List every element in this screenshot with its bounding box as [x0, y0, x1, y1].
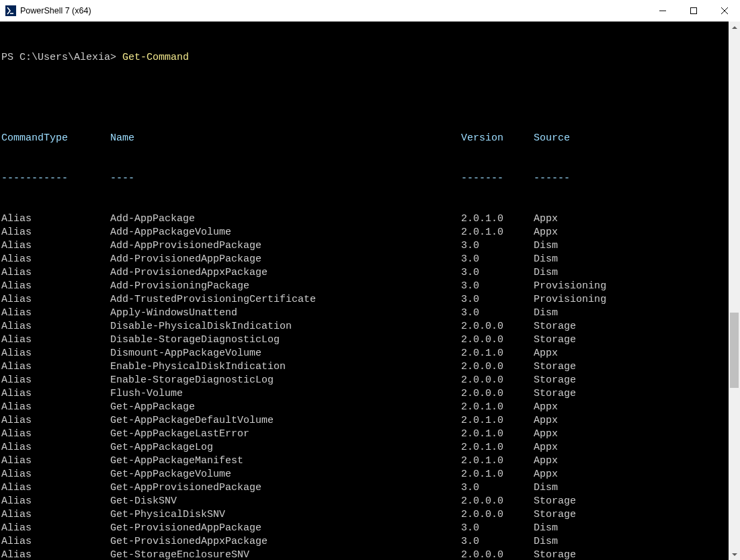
cell-name: Enable-PhysicalDiskIndication	[110, 360, 461, 374]
cell-source: Appx	[534, 226, 558, 239]
cell-source: Dism	[534, 481, 558, 495]
table-header: CommandTypeNameVersionSource	[1, 132, 729, 145]
cell-commandtype: Alias	[1, 212, 110, 226]
cell-source: Dism	[534, 522, 558, 535]
cell-commandtype: Alias	[1, 253, 110, 266]
cell-commandtype: Alias	[1, 226, 110, 239]
client-area: PS C:\Users\Alexia> Get-Command CommandT…	[0, 22, 740, 560]
cell-commandtype: Alias	[1, 522, 110, 535]
cell-name: Add-AppPackageVolume	[110, 226, 461, 239]
table-row: AliasGet-ProvisionedAppxPackage3.0Dism	[1, 535, 729, 549]
table-row: AliasAdd-AppPackage2.0.1.0Appx	[1, 212, 729, 226]
cell-source: Appx	[534, 401, 558, 414]
cell-commandtype: Alias	[1, 428, 110, 441]
cell-version: 2.0.0.0	[461, 374, 534, 387]
cell-source: Dism	[534, 253, 558, 266]
cell-source: Dism	[534, 307, 558, 320]
cell-version: 3.0	[461, 280, 534, 293]
svg-rect-3	[691, 8, 697, 14]
cell-name: Dismount-AppPackageVolume	[110, 347, 461, 360]
cell-name: Get-AppPackageLog	[110, 441, 461, 454]
table-row: AliasAdd-ProvisionedAppPackage3.0Dism	[1, 253, 729, 266]
table-row: AliasDisable-PhysicalDiskIndication2.0.0…	[1, 320, 729, 333]
cell-commandtype: Alias	[1, 454, 110, 468]
table-row: AliasAdd-TrustedProvisioningCertificate3…	[1, 293, 729, 307]
cell-source: Appx	[534, 347, 558, 360]
scroll-down-button[interactable]	[729, 549, 740, 560]
cell-name: Get-AppProvisionedPackage	[110, 481, 461, 495]
cell-name: Get-PhysicalDiskSNV	[110, 508, 461, 522]
minimize-button[interactable]	[647, 0, 678, 22]
table-row: AliasApply-WindowsUnattend3.0Dism	[1, 307, 729, 320]
cell-source: Provisioning	[534, 280, 606, 293]
cell-version: 2.0.0.0	[461, 320, 534, 333]
cell-commandtype: Alias	[1, 293, 110, 307]
cell-source: Appx	[534, 428, 558, 441]
app-window: PowerShell 7 (x64) PS C:\Users\Alexia> G…	[0, 0, 740, 560]
cell-commandtype: Alias	[1, 374, 110, 387]
cell-name: Add-ProvisionedAppPackage	[110, 253, 461, 266]
table-row: AliasAdd-ProvisionedAppxPackage3.0Dism	[1, 266, 729, 280]
cell-commandtype: Alias	[1, 401, 110, 414]
table-row: AliasGet-AppPackageLog2.0.1.0Appx	[1, 441, 729, 454]
cell-commandtype: Alias	[1, 280, 110, 293]
table-row: AliasAdd-ProvisioningPackage3.0Provision…	[1, 280, 729, 293]
table-row: AliasGet-ProvisionedAppPackage3.0Dism	[1, 522, 729, 535]
scroll-thumb[interactable]	[730, 313, 739, 388]
cell-version: 2.0.1.0	[461, 468, 534, 481]
cell-version: 2.0.1.0	[461, 226, 534, 239]
table-body: AliasAdd-AppPackage2.0.1.0AppxAliasAdd-A…	[1, 212, 729, 560]
terminal-output[interactable]: PS C:\Users\Alexia> Get-Command CommandT…	[0, 22, 729, 560]
cell-source: Appx	[534, 454, 558, 468]
header-name: Name	[110, 132, 461, 145]
cell-version: 3.0	[461, 522, 534, 535]
cell-name: Add-TrustedProvisioningCertificate	[110, 293, 461, 307]
table-row: AliasFlush-Volume2.0.0.0Storage	[1, 387, 729, 401]
cell-version: 3.0	[461, 535, 534, 549]
cell-commandtype: Alias	[1, 468, 110, 481]
table-row: AliasAdd-AppProvisionedPackage3.0Dism	[1, 239, 729, 253]
cell-source: Storage	[534, 549, 576, 560]
cell-commandtype: Alias	[1, 441, 110, 454]
cell-source: Appx	[534, 468, 558, 481]
cell-version: 2.0.1.0	[461, 414, 534, 428]
cell-commandtype: Alias	[1, 307, 110, 320]
cell-name: Get-ProvisionedAppxPackage	[110, 535, 461, 549]
cell-name: Add-ProvisionedAppxPackage	[110, 266, 461, 280]
cell-name: Disable-PhysicalDiskIndication	[110, 320, 461, 333]
cell-version: 2.0.1.0	[461, 212, 534, 226]
cell-version: 3.0	[461, 253, 534, 266]
close-button[interactable]	[709, 0, 740, 22]
table-row: AliasEnable-StorageDiagnosticLog2.0.0.0S…	[1, 374, 729, 387]
cell-source: Storage	[534, 333, 576, 347]
titlebar[interactable]: PowerShell 7 (x64)	[0, 0, 740, 22]
cell-version: 3.0	[461, 307, 534, 320]
maximize-button[interactable]	[678, 0, 709, 22]
table-row: AliasDismount-AppPackageVolume2.0.1.0App…	[1, 347, 729, 360]
cell-name: Disable-StorageDiagnosticLog	[110, 333, 461, 347]
blank-line	[1, 91, 729, 105]
cell-source: Storage	[534, 320, 576, 333]
cell-source: Storage	[534, 495, 576, 508]
table-row: AliasGet-AppPackage2.0.1.0Appx	[1, 401, 729, 414]
scroll-up-button[interactable]	[729, 22, 740, 33]
table-row: AliasGet-AppProvisionedPackage3.0Dism	[1, 481, 729, 495]
cell-source: Provisioning	[534, 293, 606, 307]
table-row: AliasGet-AppPackageDefaultVolume2.0.1.0A…	[1, 414, 729, 428]
vertical-scrollbar[interactable]	[729, 22, 740, 560]
cell-name: Add-AppPackage	[110, 212, 461, 226]
prompt-line: PS C:\Users\Alexia> Get-Command	[1, 51, 729, 65]
cell-commandtype: Alias	[1, 239, 110, 253]
cell-source: Appx	[534, 212, 558, 226]
cell-commandtype: Alias	[1, 266, 110, 280]
cell-source: Dism	[534, 535, 558, 549]
cell-commandtype: Alias	[1, 360, 110, 374]
header-commandtype: CommandType	[1, 132, 110, 145]
cell-version: 2.0.0.0	[461, 549, 534, 560]
cell-version: 2.0.1.0	[461, 428, 534, 441]
table-row: AliasGet-PhysicalDiskSNV2.0.0.0Storage	[1, 508, 729, 522]
cell-commandtype: Alias	[1, 481, 110, 495]
cell-version: 2.0.1.0	[461, 347, 534, 360]
cell-version: 2.0.1.0	[461, 441, 534, 454]
cell-name: Add-AppProvisionedPackage	[110, 239, 461, 253]
